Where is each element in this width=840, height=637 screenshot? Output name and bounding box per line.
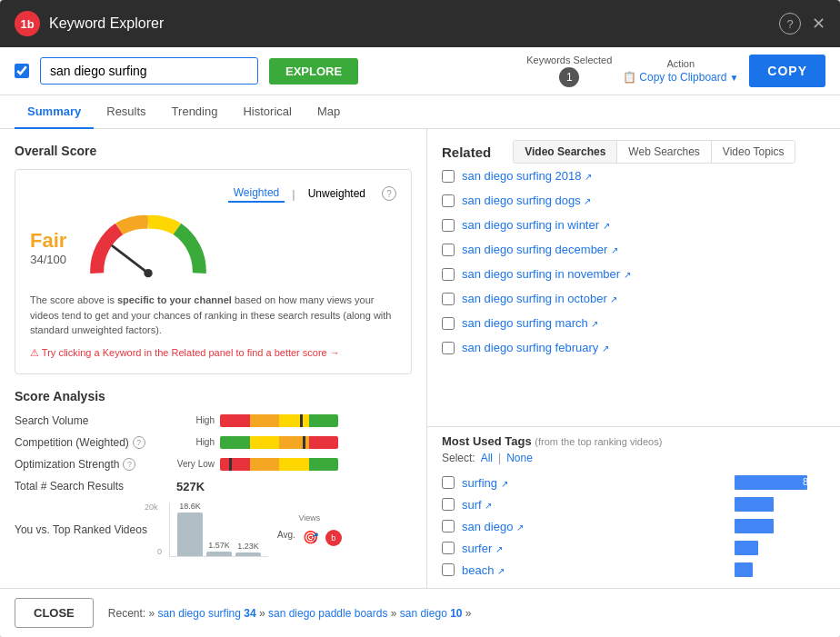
views-label: Views [298, 513, 320, 523]
weighted-toggle[interactable]: Weighted [228, 184, 285, 203]
related-item-checkbox[interactable] [442, 170, 455, 183]
chart-y-top: 20k [145, 503, 158, 512]
external-link-icon: ↗ [497, 566, 505, 576]
tab-historical[interactable]: Historical [230, 95, 304, 129]
tag-checkbox-surf[interactable] [442, 498, 455, 511]
score-label: Fair [30, 229, 66, 253]
related-item-checkbox[interactable] [442, 194, 455, 207]
tab-results[interactable]: Results [94, 95, 158, 129]
related-item-link[interactable]: san diego surfing dogs ↗ [462, 194, 591, 207]
related-item-checkbox[interactable] [442, 268, 455, 281]
related-item-checkbox[interactable] [442, 244, 455, 256]
recent-link-san-diego-paddle-boards[interactable]: san diego paddle boards [268, 607, 391, 620]
metric-optimization: Optimization Strength ? Very Low [15, 458, 412, 471]
list-item: san diego surfing march ↗ [427, 311, 840, 335]
search-volume-bar [220, 414, 338, 427]
recent-link-san-diego-surfing[interactable]: san diego surfing [158, 607, 245, 620]
external-link-icon: ↗ [584, 196, 591, 206]
related-scroll-area: san diego surfing 2018 ↗ san diego surfi… [427, 164, 840, 426]
avg-label: Avg. [277, 530, 295, 546]
tag-checkbox-san-diego[interactable] [442, 520, 455, 532]
tag-name-surf[interactable]: surf ↗ [462, 498, 727, 512]
related-item-checkbox[interactable] [442, 293, 455, 305]
external-link-icon: ↗ [610, 294, 617, 304]
score-main: Fair 34/100 [30, 214, 396, 282]
tab-web-searches[interactable]: Web Searches [617, 141, 712, 163]
list-item: san diego surfing december ↗ [427, 237, 840, 262]
keyword-checkbox[interactable] [15, 64, 29, 78]
related-item-link[interactable]: san diego surfing february ↗ [462, 341, 609, 354]
related-item-link[interactable]: san diego surfing 2018 ↗ [462, 169, 592, 183]
related-item-link[interactable]: san diego surfing in winter ↗ [462, 218, 610, 232]
related-tabs: Video Searches Web Searches Video Topics [513, 140, 795, 164]
list-item: san diego surfing in october ↗ [427, 286, 840, 311]
optimization-bar [220, 458, 338, 471]
action-section: Action 📋 Copy to Clipboard ▼ [623, 58, 738, 84]
analysis-title: Score Analysis [15, 389, 412, 403]
tab-trending[interactable]: Trending [159, 95, 231, 129]
explore-button[interactable]: EXPLORE [269, 58, 358, 85]
main-content: Overall Score Weighted | Unweighted ? [0, 129, 840, 588]
tag-checkbox-surfing[interactable] [442, 476, 455, 489]
score-description: The score above is specific to your chan… [30, 293, 396, 338]
chart-bar-brand: 1.23K [235, 542, 261, 556]
tag-checkbox-surfer[interactable] [442, 542, 455, 554]
close-button[interactable]: CLOSE [15, 598, 94, 628]
related-item-link[interactable]: san diego surfing december ↗ [462, 243, 618, 256]
list-item: san diego surfing february ↗ [427, 335, 840, 360]
recent-link-san-diego[interactable]: san diego [400, 607, 450, 620]
chart-bar-target: 1.57K [206, 541, 232, 556]
related-item-link[interactable]: san diego surfing in october ↗ [462, 292, 617, 305]
tag-item: surfing ↗ 80% [442, 472, 825, 493]
external-link-icon: ↗ [602, 343, 609, 353]
metric-competition: Competition (Weighted) ? High [15, 436, 412, 449]
related-header: Related Video Searches Web Searches Vide… [427, 129, 840, 164]
tab-video-searches[interactable]: Video Searches [514, 141, 617, 163]
brand-logo: 1b [15, 11, 40, 36]
score-help-icon[interactable]: ? [382, 186, 396, 201]
tag-name-surfing[interactable]: surfing ↗ [462, 476, 727, 490]
tab-map[interactable]: Map [305, 95, 353, 129]
unweighted-toggle[interactable]: Unweighted [303, 185, 371, 202]
competition-help-icon[interactable]: ? [133, 436, 145, 449]
score-container: Weighted | Unweighted ? Fair 34/100 [15, 169, 412, 374]
most-used-tags-subtitle: (from the top ranking videos) [535, 436, 662, 447]
brand-icon: b [325, 530, 342, 546]
related-items-container[interactable]: san diego surfing 2018 ↗ san diego surfi… [427, 164, 840, 426]
keywords-selected-section: Keywords Selected 1 [526, 55, 612, 87]
gauge-svg [85, 214, 212, 282]
external-link-icon: ↗ [501, 479, 508, 489]
select-none-link[interactable]: None [506, 452, 533, 464]
svg-line-0 [113, 246, 148, 274]
external-link-icon: ↗ [585, 172, 592, 182]
tag-name-beach[interactable]: beach ↗ [462, 563, 727, 577]
optimization-help-icon[interactable]: ? [123, 458, 135, 471]
recent-num-2: 10 [450, 607, 465, 620]
related-item-link[interactable]: san diego surfing in november ↗ [462, 267, 631, 281]
svg-point-1 [145, 269, 153, 277]
tags-section: Most Used Tags (from the top ranking vid… [427, 426, 840, 588]
tag-bar-surf: 43% [735, 497, 825, 512]
modal-close-button[interactable]: ✕ [812, 14, 825, 34]
select-all-link[interactable]: All [481, 452, 493, 464]
tab-video-topics[interactable]: Video Topics [712, 141, 795, 163]
help-button[interactable]: ? [779, 13, 801, 35]
metric-search-volume: Search Volume High [15, 414, 412, 427]
keywords-count-badge: 1 [559, 67, 579, 87]
external-link-icon: ↗ [591, 319, 598, 329]
recent-text: Recent: » san diego surfing 34 » san die… [108, 607, 472, 620]
search-input[interactable] [40, 57, 258, 85]
related-title: Related [442, 144, 491, 160]
tag-name-surfer[interactable]: surfer ↗ [462, 542, 727, 555]
tab-summary[interactable]: Summary [15, 95, 94, 129]
related-item-link[interactable]: san diego surfing march ↗ [462, 316, 598, 330]
copy-to-clipboard-link[interactable]: 📋 Copy to Clipboard ▼ [623, 71, 738, 84]
copy-button[interactable]: COPY [749, 55, 825, 87]
tag-name-san-diego[interactable]: san diego ↗ [462, 520, 727, 533]
recent-num-1: 34 [244, 607, 259, 620]
modal-title: Keyword Explorer [49, 15, 779, 32]
related-item-checkbox[interactable] [442, 342, 455, 354]
related-item-checkbox[interactable] [442, 317, 455, 330]
tag-checkbox-beach[interactable] [442, 563, 455, 576]
related-item-checkbox[interactable] [442, 219, 455, 232]
